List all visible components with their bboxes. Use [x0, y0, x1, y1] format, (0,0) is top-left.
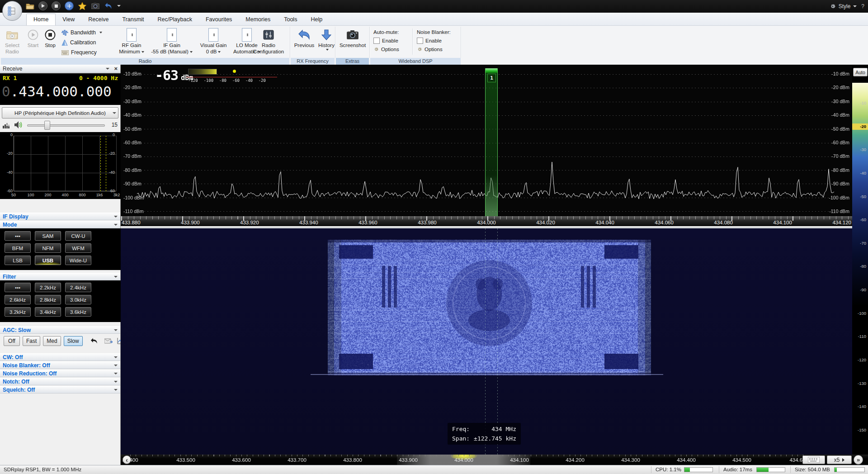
filter-button[interactable]: 3.6kHz — [65, 307, 91, 317]
keyboard-entry-button[interactable] — [802, 455, 825, 464]
add-icon[interactable] — [65, 1, 74, 10]
undo-icon[interactable] — [104, 1, 113, 10]
waterfall-range-scale[interactable]: Auto -10-20-30-40-50-60-70-80-90-100-110… — [852, 65, 868, 455]
bandwidth-button[interactable]: Bandwidth — [61, 28, 102, 37]
range-label[interactable]: -10 — [852, 100, 868, 106]
agc-button[interactable]: Fast — [23, 336, 40, 346]
section-agc[interactable]: AGC: Slow — [0, 326, 120, 334]
noise-blanker-enable[interactable]: Enable — [417, 36, 458, 45]
mode-button[interactable]: SAM — [35, 231, 61, 241]
start-icon[interactable] — [38, 1, 47, 10]
range-label[interactable]: -140 — [852, 403, 868, 410]
panel-close-icon[interactable] — [114, 65, 118, 72]
ribbon-tab[interactable]: View — [56, 14, 81, 25]
filter-button[interactable]: 2.2kHz — [35, 283, 61, 292]
range-label[interactable]: -50 — [852, 194, 868, 200]
range-label[interactable]: -30 — [852, 147, 868, 153]
mode-button[interactable]: CW-U — [65, 231, 91, 241]
zoom-speed-button[interactable]: x5 — [827, 455, 852, 464]
auto-mute-enable-checkbox[interactable] — [373, 38, 380, 44]
af-spectrum-graph[interactable]: 0-20-40-60 0-20-40-60 501002004008001k63… — [0, 132, 121, 199]
volume-slider-track[interactable] — [27, 124, 105, 127]
section-if-display[interactable]: IF Display — [0, 213, 120, 220]
favourite-star-icon[interactable] — [78, 1, 87, 10]
range-label[interactable]: -60 — [852, 217, 868, 223]
agc-button[interactable]: Off — [4, 336, 20, 346]
agc-undo-icon[interactable] — [90, 337, 99, 345]
section-notch[interactable]: Notch: Off — [0, 378, 120, 385]
if-spectrum-display[interactable]: -10 dBm-20 dBm-30 dBm-40 dBm-50 dBm-60 d… — [121, 65, 852, 216]
ribbon-tab[interactable]: Favourites — [199, 14, 239, 25]
speaker-icon[interactable] — [14, 121, 23, 128]
stop-button[interactable]: Stop — [42, 27, 59, 57]
panel-collapse-icon[interactable] — [106, 68, 109, 70]
filter-button[interactable]: 3.4kHz — [35, 307, 61, 317]
range-label[interactable]: -120 — [852, 357, 868, 363]
mode-button[interactable]: Wide-U — [65, 256, 91, 265]
history-button[interactable]: History — [316, 27, 336, 57]
screenshot-button[interactable]: Screenshot — [338, 27, 367, 57]
section-squelch[interactable]: Squelch: Off — [0, 386, 120, 393]
volume-slider-thumb[interactable] — [44, 121, 50, 130]
agc-config-icon[interactable] — [104, 338, 113, 344]
style-chevron-icon[interactable] — [853, 5, 857, 7]
section-noise-blanker[interactable]: Noise Blanker: Off — [0, 361, 120, 369]
range-label[interactable]: -100 — [852, 310, 868, 317]
section-noise-reduction[interactable]: Noise Reduction: Off — [0, 370, 120, 377]
calibration-button[interactable]: Calibration — [61, 38, 102, 47]
ribbon-tab[interactable]: Help — [304, 14, 329, 25]
customize-toolbar-chevron-icon[interactable] — [117, 5, 121, 7]
rf-gain-button[interactable]: RF Gain Minimum — [117, 27, 146, 57]
audio-device-select[interactable]: HP (Périphérique High Definition Audio) — [2, 107, 118, 118]
start-button[interactable]: Start — [24, 27, 42, 57]
frequency-button[interactable]: Frequency — [61, 48, 102, 57]
mode-button[interactable]: NFM — [35, 243, 61, 253]
tuning-marker[interactable]: 1 — [485, 68, 498, 216]
noise-blanker-enable-checkbox[interactable] — [417, 38, 423, 44]
filter-button[interactable]: 3.0kHz — [65, 295, 91, 304]
af-meter-icon[interactable] — [3, 121, 10, 128]
open-folder-icon[interactable] — [25, 1, 34, 10]
tuning-marker-badge[interactable]: 1 — [487, 74, 496, 82]
range-label[interactable]: -150 — [852, 427, 868, 433]
mode-button[interactable]: WFM — [65, 243, 91, 253]
section-mode[interactable]: Mode — [0, 221, 120, 228]
filter-button[interactable]: 2.6kHz — [5, 295, 31, 304]
noise-blanker-options[interactable]: Options — [417, 45, 458, 53]
frequency-display[interactable]: 0.434.000.000 — [2, 83, 112, 100]
volume-slider[interactable] — [27, 121, 105, 129]
af-passband-marker[interactable] — [106, 136, 106, 191]
filter-button[interactable]: 2.8kHz — [35, 295, 61, 304]
auto-mute-enable[interactable]: Enable — [373, 36, 411, 45]
style-gear-icon[interactable] — [830, 3, 836, 9]
range-label[interactable]: -90 — [852, 287, 868, 293]
scale-forward-button[interactable] — [854, 455, 863, 465]
ribbon-tab[interactable]: Rec/Playback — [151, 14, 199, 25]
af-passband-marker[interactable] — [100, 136, 101, 191]
auto-mute-options[interactable]: Options — [373, 45, 411, 53]
style-menu-label[interactable]: Style — [839, 3, 851, 9]
ribbon-tab[interactable]: Memories — [239, 14, 277, 25]
agc-button[interactable]: Slow — [64, 336, 83, 346]
filter-button[interactable]: 2.4kHz — [65, 283, 91, 292]
if-gain-button[interactable]: IF Gain -55 dB (Manual) — [149, 27, 194, 57]
previous-frequency-button[interactable]: Previous — [293, 27, 316, 57]
wideband-frequency-scale[interactable]: 33.400433.500433.600433.700433.800433.90… — [121, 455, 868, 465]
stop-icon[interactable] — [52, 1, 61, 10]
camera-icon[interactable] — [91, 1, 100, 10]
radio-configuration-button[interactable]: Radio Configuration — [250, 27, 288, 57]
filter-button[interactable]: ••• — [5, 283, 31, 292]
range-label[interactable]: -110 — [852, 333, 868, 340]
range-label[interactable]: -80 — [852, 263, 868, 270]
section-filter[interactable]: Filter — [0, 273, 120, 280]
filter-button[interactable]: 3.2kHz — [5, 307, 31, 317]
application-menu-orb[interactable] — [2, 1, 22, 21]
ribbon-tab[interactable]: Home — [26, 14, 56, 25]
range-label[interactable]: -40 — [852, 170, 868, 176]
agc-button[interactable]: Med — [43, 336, 61, 346]
mode-button[interactable]: LSB — [5, 256, 31, 265]
waterfall-display[interactable]: Freq:434 MHz Span:±122.745 kHz — [121, 228, 852, 455]
ribbon-tab[interactable]: Receive — [81, 14, 115, 25]
range-label[interactable]: -20 — [852, 123, 868, 130]
range-label[interactable]: -130 — [852, 380, 868, 387]
